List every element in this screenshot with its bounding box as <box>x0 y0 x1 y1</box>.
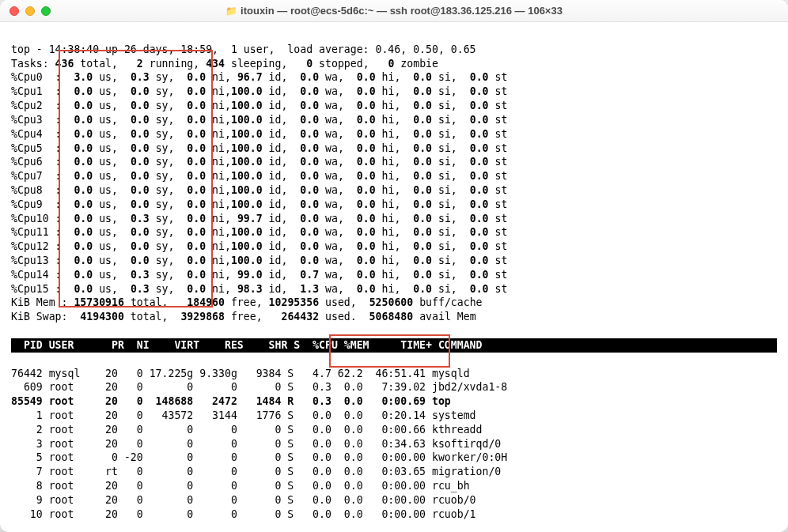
zoom-button[interactable] <box>41 6 51 16</box>
window-title: 📁 itouxin — root@ecs-5d6c:~ — ssh root@1… <box>0 5 788 17</box>
swap-line: KiB Swap: 4194300 total, 3929868 free, 2… <box>11 311 476 323</box>
top-line1: top - 14:38:40 up 26 days, 18:59, 1 user… <box>11 43 476 55</box>
tasks-line: Tasks: 436 total, 2 running, 434 sleepin… <box>11 58 438 70</box>
window-title-text: itouxin — root@ecs-5d6c:~ — ssh root@183… <box>241 5 563 17</box>
titlebar: 📁 itouxin — root@ecs-5d6c:~ — ssh root@1… <box>0 0 788 22</box>
folder-icon: 📁 <box>225 6 237 17</box>
terminal-content[interactable]: top - 14:38:40 up 26 days, 18:59, 1 user… <box>0 22 788 527</box>
mem-line: KiB Mem : 15730916 total, 184960 free, 1… <box>11 296 483 308</box>
close-button[interactable] <box>9 6 19 16</box>
cpu-lines: %Cpu0 : 3.0 us, 0.3 sy, 0.0 ni, 96.7 id,… <box>11 71 507 294</box>
process-header: PID USER PR NI VIRT RES SHR S %CPU %MEM … <box>11 338 777 353</box>
traffic-lights <box>0 6 51 16</box>
terminal-window: 📁 itouxin — root@ecs-5d6c:~ — ssh root@1… <box>0 0 788 532</box>
process-list: 76442 mysql 20 0 17.225g 9.330g 9384 S 4… <box>11 368 507 520</box>
minimize-button[interactable] <box>25 6 35 16</box>
